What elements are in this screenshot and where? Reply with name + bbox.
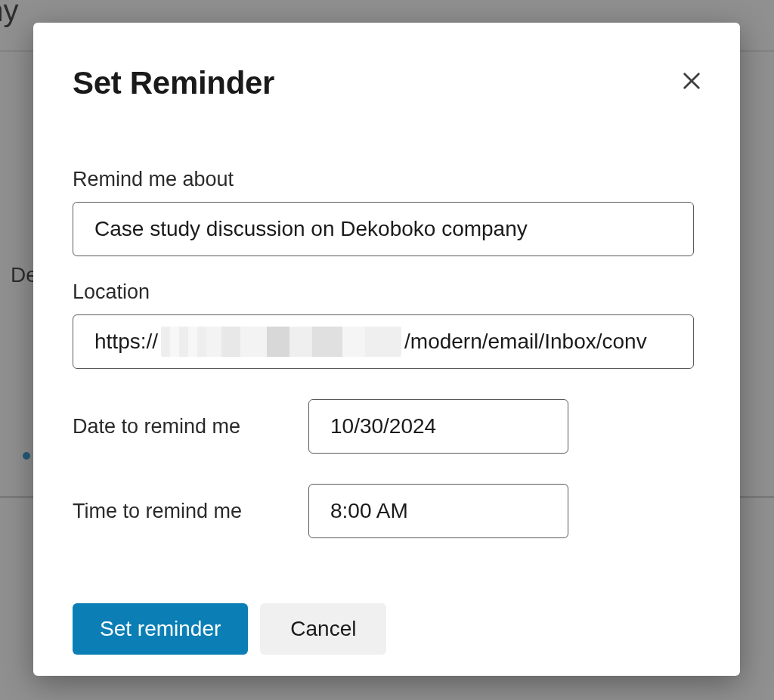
location-field: Location https:// /modern/email/Inbox/co… [73, 280, 701, 369]
date-field: Date to remind me [73, 399, 701, 454]
time-field: Time to remind me [73, 484, 701, 538]
close-button[interactable] [675, 65, 708, 98]
modal-title: Set Reminder [73, 65, 701, 101]
time-input[interactable] [308, 484, 568, 538]
remind-about-label: Remind me about [73, 168, 701, 191]
date-input[interactable] [308, 399, 568, 454]
location-input[interactable]: https:// /modern/email/Inbox/conv [73, 314, 694, 369]
cancel-button[interactable]: Cancel [260, 603, 386, 655]
set-reminder-button[interactable]: Set reminder [73, 603, 248, 655]
date-label: Date to remind me [73, 415, 301, 438]
time-label: Time to remind me [73, 500, 301, 523]
location-url-suffix: /modern/email/Inbox/conv [404, 330, 647, 354]
location-url-prefix: https:// [94, 330, 158, 354]
remind-about-input[interactable] [73, 202, 694, 256]
close-icon [681, 70, 702, 94]
set-reminder-modal: Set Reminder Remind me about Location ht… [33, 23, 740, 676]
modal-button-row: Set reminder Cancel [73, 603, 701, 655]
location-label: Location [73, 280, 701, 304]
location-url-redacted [161, 327, 401, 357]
remind-about-field: Remind me about [73, 168, 701, 256]
